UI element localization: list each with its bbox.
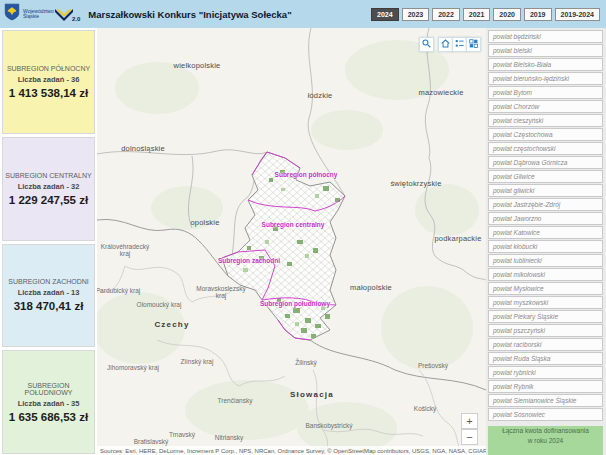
- zoom-in-button[interactable]: +: [461, 413, 478, 429]
- list-item[interactable]: powiat Bielsko-Biała: [488, 58, 603, 71]
- list-item[interactable]: powiat Jastrzębie-Zdrój: [488, 198, 603, 211]
- header: Województwo Śląskie 2.0 Marszałkowski Ko…: [0, 0, 606, 28]
- list-item[interactable]: powiat gliwicki: [488, 184, 603, 197]
- list-item[interactable]: powiat Mysłowice: [488, 282, 603, 295]
- list-item[interactable]: powiat częstochowski: [488, 142, 603, 155]
- attribution-sources: Sources: Esri, HERE, DeLorme, Increment …: [100, 448, 486, 454]
- search-icon: [421, 37, 432, 52]
- subregion-task-count: Liczba zadań - 32: [18, 182, 80, 191]
- list-item[interactable]: powiat Piekary Śląskie: [488, 310, 603, 323]
- legend-icon: [454, 37, 465, 52]
- subregion-name: SUBREGION PÓŁNOCNY: [7, 65, 90, 72]
- list-item[interactable]: powiat Dąbrowa Górnicza: [488, 156, 603, 169]
- version-label: 2.0: [72, 16, 80, 22]
- logo-group: Województwo Śląskie 2.0: [4, 3, 80, 25]
- list-item[interactable]: powiat Gliwice: [488, 170, 603, 183]
- list-item[interactable]: powiat pszczyński: [488, 324, 603, 337]
- summary-panel: Łączna kwota dofinansowania w roku 2024 …: [488, 426, 603, 455]
- summary-line2: w roku 2024: [528, 436, 563, 446]
- zoom-out-button[interactable]: −: [461, 429, 478, 445]
- subregion-name: SUBREGION ZACHODNI: [8, 278, 89, 285]
- home-icon: [440, 37, 451, 52]
- list-item[interactable]: powiat rybnicki: [488, 366, 603, 379]
- subregion-name: SUBREGION CENTRALNY: [5, 172, 91, 179]
- year-tabs: 2024202320222021202020192019-2024: [368, 8, 600, 21]
- list-item[interactable]: powiat lubliniecki: [488, 254, 603, 267]
- basemap-button[interactable]: [466, 37, 481, 52]
- subregion-task-count: Liczba zadań - 35: [18, 399, 80, 408]
- home-button[interactable]: [438, 37, 453, 52]
- map-canvas: [97, 28, 486, 455]
- coat-of-arms-icon: [4, 3, 20, 25]
- tab-2019-2024[interactable]: 2019-2024: [555, 8, 600, 21]
- subregion-task-count: Liczba zadań - 13: [18, 288, 80, 297]
- tab-2020[interactable]: 2020: [493, 8, 521, 21]
- list-item[interactable]: powiat Sosnowiec: [488, 408, 603, 421]
- right-sidebar: powiat będzińskipowiat bielskipowiat Bie…: [486, 28, 606, 455]
- list-item[interactable]: powiat Jaworzno: [488, 212, 603, 225]
- subregion-panels: SUBREGION PÓŁNOCNYLiczba zadań - 361 413…: [0, 28, 97, 455]
- list-item[interactable]: powiat Częstochowa: [488, 128, 603, 141]
- page-title: Marszałkowski Konkurs "Inicjatywa Sołeck…: [88, 9, 291, 20]
- subregion-amount: 318 470,41 zł: [14, 300, 84, 312]
- list-item[interactable]: powiat bielski: [488, 44, 603, 57]
- tab-2019[interactable]: 2019: [524, 8, 552, 21]
- summary-line1: Łączna kwota dofinansowania: [502, 426, 589, 436]
- map-attribution: Sources: Esri, HERE, DeLorme, Increment …: [97, 446, 486, 455]
- subregion-amount: 1 229 247,55 zł: [9, 194, 88, 206]
- panel-subregion-północny: SUBREGION PÓŁNOCNYLiczba zadań - 361 413…: [2, 30, 95, 134]
- tab-2021[interactable]: 2021: [463, 8, 491, 21]
- subregion-amount: 1 413 538,14 zł: [9, 87, 88, 99]
- list-item[interactable]: powiat Chorzów: [488, 100, 603, 113]
- tab-2024[interactable]: 2024: [371, 8, 399, 21]
- list-item[interactable]: powiat będziński: [488, 30, 603, 43]
- list-item[interactable]: powiat mikołowski: [488, 268, 603, 281]
- tab-2022[interactable]: 2022: [432, 8, 460, 21]
- panel-subregion-zachodni: SUBREGION ZACHODNILiczba zadań - 13318 4…: [2, 244, 95, 348]
- list-item[interactable]: powiat Rybnik: [488, 380, 603, 393]
- dashboard: Województwo Śląskie 2.0 Marszałkowski Ko…: [0, 0, 606, 455]
- list-item[interactable]: powiat Siemianowice Śląskie: [488, 394, 603, 407]
- list-item[interactable]: powiat raciborski: [488, 338, 603, 351]
- list-item[interactable]: powiat myszkowski: [488, 296, 603, 309]
- list-item[interactable]: powiat Bytom: [488, 86, 603, 99]
- version-logo-icon: 2.0: [54, 7, 80, 22]
- region-name: Województwo Śląskie: [23, 9, 51, 20]
- subregion-name: SUBREGION POŁUDNIOWY: [5, 382, 92, 396]
- list-item[interactable]: powiat Katowice: [488, 226, 603, 239]
- basemap-icon: [468, 37, 479, 52]
- subregion-task-count: Liczba zadań - 36: [18, 75, 80, 84]
- list-item[interactable]: powiat cieszyński: [488, 114, 603, 127]
- legend-button[interactable]: [452, 37, 467, 52]
- subregion-amount: 1 635 686,53 zł: [9, 411, 88, 423]
- powiat-list: powiat będzińskipowiat bielskipowiat Bie…: [486, 30, 606, 422]
- list-item[interactable]: powiat bieruńsko-lędziński: [488, 72, 603, 85]
- map[interactable]: wielkopolskiemazowieckiełódzkiedolnośląs…: [97, 28, 486, 455]
- panel-subregion-centralny: SUBREGION CENTRALNYLiczba zadań - 321 22…: [2, 137, 95, 241]
- panel-subregion-południowy: SUBREGION POŁUDNIOWYLiczba zadań - 351 6…: [2, 350, 95, 454]
- list-item[interactable]: powiat Ruda Śląska: [488, 352, 603, 365]
- list-item[interactable]: powiat kłobucki: [488, 240, 603, 253]
- search-button[interactable]: [419, 37, 434, 52]
- tab-2023[interactable]: 2023: [402, 8, 430, 21]
- content: SUBREGION PÓŁNOCNYLiczba zadań - 361 413…: [0, 28, 606, 455]
